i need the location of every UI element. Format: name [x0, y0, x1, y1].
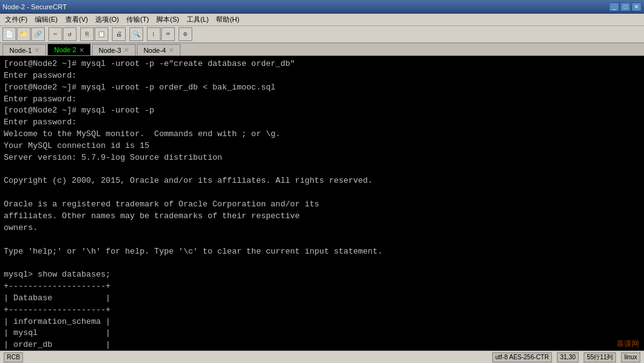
window-title: Node-2 - SecureCRT [2, 3, 67, 11]
status-os: linux [621, 352, 640, 362]
toolbar-paste[interactable]: 📋 [95, 27, 108, 41]
toolbar-disconnect[interactable]: ✂ [49, 27, 62, 41]
status-cursor: 31,30 [557, 352, 579, 362]
maximize-button[interactable]: □ [620, 2, 630, 11]
tab-close-node2[interactable]: ✕ [79, 47, 84, 53]
minimize-button[interactable]: _ [609, 2, 619, 11]
menu-script[interactable]: 脚本(S) [152, 14, 183, 25]
tab-node1[interactable]: Node-1 ✕ [2, 44, 46, 55]
tab-close-node4[interactable]: ✕ [169, 47, 174, 53]
tab-node3[interactable]: Node-3 ✕ [92, 44, 136, 55]
menu-transfer[interactable]: 传输(T) [123, 14, 152, 25]
menu-edit[interactable]: 编辑(E) [31, 14, 62, 25]
terminal-output[interactable]: [root@Node2 ~]# mysql -uroot -p -e"creat… [0, 56, 644, 351]
title-bar: Node-2 - SecureCRT _ □ ✕ [0, 0, 644, 14]
menu-help[interactable]: 帮助(H) [212, 14, 243, 25]
toolbar-new[interactable]: 📄 [2, 27, 16, 41]
status-position: 55行11列 [584, 352, 616, 362]
status-rcb: RCB [4, 352, 23, 362]
toolbar: 📄 📁 🔗 ✂ ↺ ⎘ 📋 🖨 🔍 ↕ ⌨ ⚙ [0, 26, 644, 44]
menu-tools[interactable]: 工具(L) [183, 14, 212, 25]
tab-close-node1[interactable]: ✕ [34, 47, 39, 53]
menu-options[interactable]: 选项(O) [91, 14, 123, 25]
menu-view[interactable]: 查看(V) [62, 14, 92, 25]
tab-node4[interactable]: Node-4 ✕ [137, 44, 180, 55]
toolbar-settings[interactable]: ⚙ [179, 27, 192, 41]
close-button[interactable]: ✕ [632, 2, 642, 11]
tab-bar: Node-1 ✕ Node 2 ✕ Node-3 ✕ Node-4 ✕ [0, 44, 644, 56]
toolbar-reconnect[interactable]: ↺ [63, 27, 77, 41]
watermark: 慕课网 [617, 339, 639, 349]
status-encoding: utf-8 AES-256-CTR [492, 352, 552, 362]
toolbar-open[interactable]: 📁 [17, 27, 30, 41]
tab-node2[interactable]: Node 2 ✕ [47, 44, 90, 55]
window-controls[interactable]: _ □ ✕ [609, 2, 642, 11]
status-bar: RCB utf-8 AES-256-CTR 31,30 55行11列 linux [0, 351, 644, 363]
menu-file[interactable]: 文件(F) [1, 14, 31, 25]
status-left: RCB [4, 352, 23, 362]
status-right: utf-8 AES-256-CTR 31,30 55行11列 linux [492, 352, 640, 362]
toolbar-sftp[interactable]: ↕ [147, 27, 161, 41]
tab-close-node3[interactable]: ✕ [124, 47, 129, 53]
menu-bar: 文件(F) 编辑(E) 查看(V) 选项(O) 传输(T) 脚本(S) 工具(L… [0, 14, 644, 26]
toolbar-keymap[interactable]: ⌨ [161, 27, 175, 41]
toolbar-find[interactable]: 🔍 [129, 27, 143, 41]
toolbar-connect[interactable]: 🔗 [31, 27, 45, 41]
toolbar-print[interactable]: 🖨 [112, 27, 126, 41]
toolbar-copy[interactable]: ⎘ [80, 27, 94, 41]
